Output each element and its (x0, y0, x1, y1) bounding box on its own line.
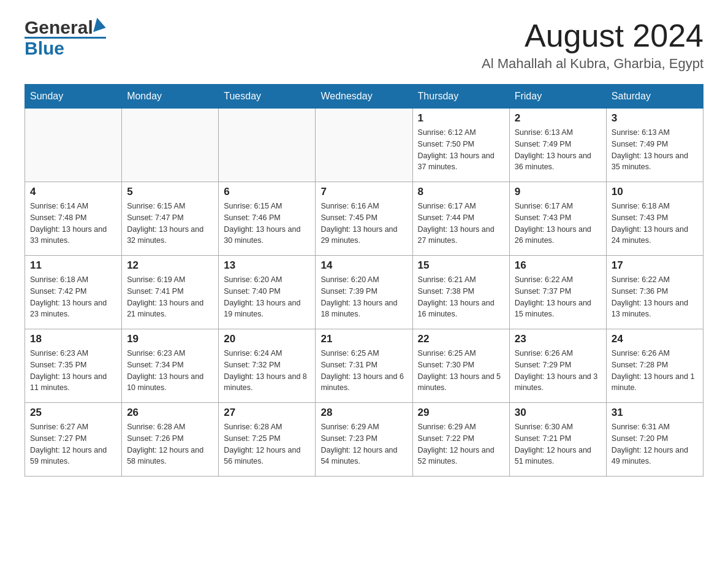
calendar-week-1: 1Sunrise: 6:12 AMSunset: 7:50 PMDaylight… (25, 109, 703, 182)
calendar-week-4: 18Sunrise: 6:23 AMSunset: 7:35 PMDayligh… (25, 329, 703, 403)
calendar-cell: 18Sunrise: 6:23 AMSunset: 7:35 PMDayligh… (25, 329, 122, 403)
day-number: 27 (224, 407, 310, 419)
calendar-cell: 28Sunrise: 6:29 AMSunset: 7:23 PMDayligh… (316, 403, 412, 477)
col-header-wednesday: Wednesday (316, 85, 412, 109)
calendar-cell (316, 109, 412, 182)
calendar-cell: 26Sunrise: 6:28 AMSunset: 7:26 PMDayligh… (122, 403, 219, 477)
day-number: 25 (30, 407, 116, 419)
day-info: Sunrise: 6:13 AMSunset: 7:49 PMDaylight:… (612, 127, 698, 173)
logo-blue-text: Blue (25, 38, 64, 58)
day-number: 2 (515, 112, 601, 124)
day-number: 24 (612, 333, 698, 345)
col-header-sunday: Sunday (25, 85, 122, 109)
day-info: Sunrise: 6:29 AMSunset: 7:23 PMDaylight:… (320, 421, 407, 467)
calendar-cell (122, 109, 219, 182)
day-number: 9 (515, 186, 601, 198)
day-number: 15 (418, 259, 504, 272)
calendar-cell: 19Sunrise: 6:23 AMSunset: 7:34 PMDayligh… (122, 329, 219, 403)
day-number: 12 (127, 259, 213, 272)
calendar-week-3: 11Sunrise: 6:18 AMSunset: 7:42 PMDayligh… (25, 256, 703, 329)
day-info: Sunrise: 6:22 AMSunset: 7:36 PMDaylight:… (612, 274, 698, 320)
calendar-cell: 5Sunrise: 6:15 AMSunset: 7:47 PMDaylight… (122, 182, 219, 256)
calendar-cell: 8Sunrise: 6:17 AMSunset: 7:44 PMDaylight… (412, 182, 509, 256)
day-number: 17 (612, 259, 698, 272)
calendar-cell: 11Sunrise: 6:18 AMSunset: 7:42 PMDayligh… (25, 256, 122, 329)
logo-general-text: General (25, 18, 93, 37)
day-number: 30 (515, 407, 601, 419)
day-number: 8 (418, 186, 504, 198)
calendar-cell: 9Sunrise: 6:17 AMSunset: 7:43 PMDaylight… (509, 182, 606, 256)
day-number: 7 (320, 186, 407, 198)
month-title: August 2024 (482, 18, 703, 53)
day-number: 10 (612, 186, 698, 198)
day-number: 13 (224, 259, 310, 272)
day-info: Sunrise: 6:25 AMSunset: 7:30 PMDaylight:… (418, 348, 504, 394)
day-number: 28 (320, 407, 407, 419)
day-info: Sunrise: 6:31 AMSunset: 7:20 PMDaylight:… (612, 421, 698, 467)
calendar-cell: 4Sunrise: 6:14 AMSunset: 7:48 PMDaylight… (25, 182, 122, 256)
calendar-cell (25, 109, 122, 182)
calendar-cell: 17Sunrise: 6:22 AMSunset: 7:36 PMDayligh… (606, 256, 703, 329)
logo-top: General (25, 18, 106, 37)
day-info: Sunrise: 6:14 AMSunset: 7:48 PMDaylight:… (30, 201, 116, 247)
calendar-cell: 7Sunrise: 6:16 AMSunset: 7:45 PMDaylight… (316, 182, 412, 256)
calendar-cell: 25Sunrise: 6:27 AMSunset: 7:27 PMDayligh… (25, 403, 122, 477)
calendar-cell: 20Sunrise: 6:24 AMSunset: 7:32 PMDayligh… (219, 329, 316, 403)
day-number: 21 (320, 333, 407, 345)
calendar-table: SundayMondayTuesdayWednesdayThursdayFrid… (25, 84, 703, 477)
location: Al Mahallah al Kubra, Gharbia, Egypt (482, 56, 703, 72)
logo-arrow-icon (93, 18, 108, 35)
day-number: 20 (224, 333, 310, 345)
col-header-friday: Friday (509, 85, 606, 109)
calendar-header-row: SundayMondayTuesdayWednesdayThursdayFrid… (25, 85, 703, 109)
day-info: Sunrise: 6:22 AMSunset: 7:37 PMDaylight:… (515, 274, 601, 320)
calendar-cell: 30Sunrise: 6:30 AMSunset: 7:21 PMDayligh… (509, 403, 606, 477)
day-number: 1 (418, 112, 504, 124)
day-info: Sunrise: 6:26 AMSunset: 7:29 PMDaylight:… (515, 348, 601, 394)
day-info: Sunrise: 6:17 AMSunset: 7:43 PMDaylight:… (515, 201, 601, 247)
calendar-cell: 29Sunrise: 6:29 AMSunset: 7:22 PMDayligh… (412, 403, 509, 477)
day-info: Sunrise: 6:23 AMSunset: 7:35 PMDaylight:… (30, 348, 116, 394)
day-number: 5 (127, 186, 213, 198)
calendar-week-5: 25Sunrise: 6:27 AMSunset: 7:27 PMDayligh… (25, 403, 703, 477)
day-info: Sunrise: 6:15 AMSunset: 7:46 PMDaylight:… (224, 201, 310, 247)
day-info: Sunrise: 6:15 AMSunset: 7:47 PMDaylight:… (127, 201, 213, 247)
calendar-cell: 23Sunrise: 6:26 AMSunset: 7:29 PMDayligh… (509, 329, 606, 403)
calendar-cell: 6Sunrise: 6:15 AMSunset: 7:46 PMDaylight… (219, 182, 316, 256)
calendar-cell: 27Sunrise: 6:28 AMSunset: 7:25 PMDayligh… (219, 403, 316, 477)
calendar-cell: 22Sunrise: 6:25 AMSunset: 7:30 PMDayligh… (412, 329, 509, 403)
day-number: 29 (418, 407, 504, 419)
col-header-tuesday: Tuesday (219, 85, 316, 109)
logo: General Blue (25, 18, 106, 58)
col-header-thursday: Thursday (412, 85, 509, 109)
day-info: Sunrise: 6:12 AMSunset: 7:50 PMDaylight:… (418, 127, 504, 173)
day-info: Sunrise: 6:26 AMSunset: 7:28 PMDaylight:… (612, 348, 698, 394)
day-number: 4 (30, 186, 116, 198)
calendar-cell: 24Sunrise: 6:26 AMSunset: 7:28 PMDayligh… (606, 329, 703, 403)
day-info: Sunrise: 6:13 AMSunset: 7:49 PMDaylight:… (515, 127, 601, 173)
calendar-cell: 12Sunrise: 6:19 AMSunset: 7:41 PMDayligh… (122, 256, 219, 329)
calendar-cell: 14Sunrise: 6:20 AMSunset: 7:39 PMDayligh… (316, 256, 412, 329)
day-info: Sunrise: 6:20 AMSunset: 7:40 PMDaylight:… (224, 274, 310, 320)
day-number: 22 (418, 333, 504, 345)
calendar-week-2: 4Sunrise: 6:14 AMSunset: 7:48 PMDaylight… (25, 182, 703, 256)
day-info: Sunrise: 6:30 AMSunset: 7:21 PMDaylight:… (515, 421, 601, 467)
day-number: 18 (30, 333, 116, 345)
day-info: Sunrise: 6:27 AMSunset: 7:27 PMDaylight:… (30, 421, 116, 467)
calendar-cell: 15Sunrise: 6:21 AMSunset: 7:38 PMDayligh… (412, 256, 509, 329)
day-info: Sunrise: 6:21 AMSunset: 7:38 PMDaylight:… (418, 274, 504, 320)
day-info: Sunrise: 6:28 AMSunset: 7:26 PMDaylight:… (127, 421, 213, 467)
calendar-cell: 16Sunrise: 6:22 AMSunset: 7:37 PMDayligh… (509, 256, 606, 329)
calendar-cell: 1Sunrise: 6:12 AMSunset: 7:50 PMDaylight… (412, 109, 509, 182)
day-number: 14 (320, 259, 407, 272)
page-header: General Blue August 2024 Al Mahallah al … (25, 18, 703, 72)
calendar-cell: 31Sunrise: 6:31 AMSunset: 7:20 PMDayligh… (606, 403, 703, 477)
col-header-monday: Monday (122, 85, 219, 109)
calendar-cell: 3Sunrise: 6:13 AMSunset: 7:49 PMDaylight… (606, 109, 703, 182)
calendar-cell: 21Sunrise: 6:25 AMSunset: 7:31 PMDayligh… (316, 329, 412, 403)
day-number: 6 (224, 186, 310, 198)
calendar-cell: 13Sunrise: 6:20 AMSunset: 7:40 PMDayligh… (219, 256, 316, 329)
day-number: 16 (515, 259, 601, 272)
logo-bottom: Blue (25, 37, 106, 58)
day-info: Sunrise: 6:16 AMSunset: 7:45 PMDaylight:… (320, 201, 407, 247)
